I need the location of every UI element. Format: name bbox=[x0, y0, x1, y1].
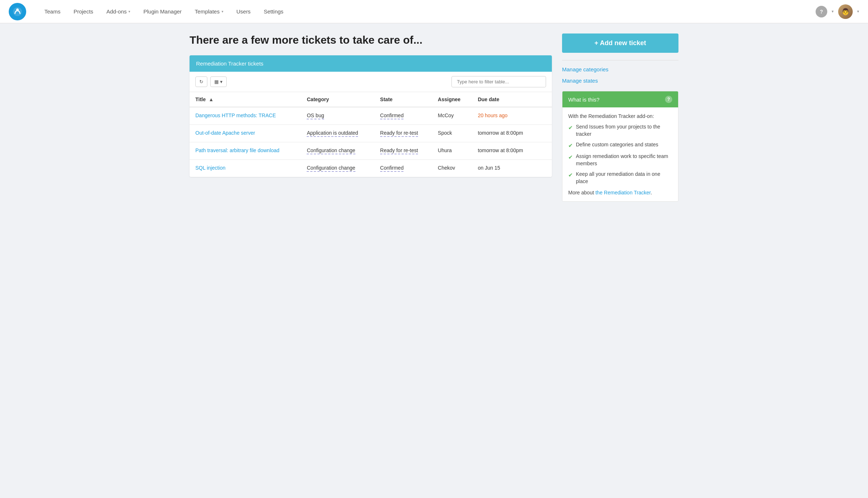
row-2-assignee: Uhura bbox=[432, 142, 472, 160]
navbar-right: ? ▾ 👨 ▾ bbox=[816, 4, 859, 19]
templates-caret-icon: ▾ bbox=[222, 9, 223, 13]
logo[interactable] bbox=[9, 3, 26, 20]
what-intro: With the Remediation Tracker add-on: bbox=[568, 113, 672, 119]
row-1-actions bbox=[538, 125, 552, 142]
row-1-assignee: Spock bbox=[432, 125, 472, 142]
row-0-due-date: 20 hours ago bbox=[472, 107, 538, 125]
check-icon-3: ✔ bbox=[568, 171, 573, 179]
row-0-title: Dangerous HTTP methods: TRACE bbox=[190, 107, 301, 125]
row-2-category: Configuration change bbox=[301, 142, 374, 160]
col-category[interactable]: Category bbox=[301, 92, 374, 107]
row-3-actions bbox=[538, 160, 552, 177]
refresh-button[interactable]: ↻ bbox=[195, 76, 207, 87]
table-toolbar: ↻ ▦ ▾ bbox=[190, 72, 552, 92]
refresh-icon: ↻ bbox=[199, 79, 203, 84]
sidebar-divider bbox=[562, 60, 678, 60]
remediation-tracker-link[interactable]: the Remediation Tracker bbox=[596, 190, 651, 195]
columns-button[interactable]: ▦ ▾ bbox=[210, 76, 227, 87]
nav-templates[interactable]: Templates ▾ bbox=[188, 0, 230, 23]
what-help-icon[interactable]: ? bbox=[665, 96, 672, 103]
row-0-title-link[interactable]: Dangerous HTTP methods: TRACE bbox=[195, 112, 276, 118]
check-icon-0: ✔ bbox=[568, 124, 573, 131]
table-card: Remediation Tracker tickets ↻ ▦ ▾ Title … bbox=[190, 55, 552, 177]
page-title: There are a few more tickets to take car… bbox=[190, 33, 552, 47]
row-1-title: Out-of-date Apache server bbox=[190, 125, 301, 142]
add-ticket-button[interactable]: + Add new ticket bbox=[562, 33, 678, 53]
avatar-caret-icon[interactable]: ▾ bbox=[857, 9, 859, 14]
check-icon-1: ✔ bbox=[568, 142, 573, 149]
sidebar: + Add new ticket Manage categories Manag… bbox=[562, 33, 678, 202]
row-3-assignee: Chekov bbox=[432, 160, 472, 177]
check-icon-2: ✔ bbox=[568, 153, 573, 161]
row-1-due-date: tomorrow at 8:00pm bbox=[472, 125, 538, 142]
help-caret-icon[interactable]: ▾ bbox=[832, 9, 834, 14]
table-section-title: Remediation Tracker tickets bbox=[190, 55, 552, 72]
content-area: There are a few more tickets to take car… bbox=[190, 33, 552, 202]
addons-caret-icon: ▾ bbox=[128, 9, 130, 13]
row-0-actions bbox=[538, 107, 552, 125]
what-footer: More about the Remediation Tracker. bbox=[568, 190, 672, 195]
row-2-title: Path traversal: arbitrary file download bbox=[190, 142, 301, 160]
row-0-assignee: McCoy bbox=[432, 107, 472, 125]
col-title[interactable]: Title ▲ bbox=[190, 92, 301, 107]
table-row: Path traversal: arbitrary file downloadC… bbox=[190, 142, 552, 160]
feature-item-1: ✔Define custom categories and states bbox=[568, 141, 672, 149]
row-2-actions bbox=[538, 142, 552, 160]
row-1-state: Ready for re-test bbox=[374, 125, 432, 142]
svg-point-1 bbox=[16, 8, 19, 11]
table-row: Out-of-date Apache serverApplication is … bbox=[190, 125, 552, 142]
columns-icon: ▦ bbox=[214, 79, 219, 84]
what-features-list: ✔Send Issues from your projects to the t… bbox=[568, 123, 672, 185]
row-3-category: Configuration change bbox=[301, 160, 374, 177]
row-1-title-link[interactable]: Out-of-date Apache server bbox=[195, 130, 255, 136]
nav-addons[interactable]: Add-ons ▾ bbox=[100, 0, 137, 23]
columns-caret-icon: ▾ bbox=[220, 79, 223, 84]
col-state[interactable]: State bbox=[374, 92, 432, 107]
table-header-row: Title ▲ Category State Assignee bbox=[190, 92, 552, 107]
col-actions bbox=[538, 92, 552, 107]
navbar: Teams Projects Add-ons ▾ Plugin Manager … bbox=[0, 0, 868, 23]
nav-users[interactable]: Users bbox=[230, 0, 257, 23]
row-3-due-date: on Jun 15 bbox=[472, 160, 538, 177]
feature-item-2: ✔Assign remediation work to specific tea… bbox=[568, 153, 672, 167]
filter-input[interactable] bbox=[451, 76, 546, 87]
row-2-state: Ready for re-test bbox=[374, 142, 432, 160]
manage-categories-link[interactable]: Manage categories bbox=[562, 66, 678, 72]
row-0-state: Confirmed bbox=[374, 107, 432, 125]
table-row: Dangerous HTTP methods: TRACEOS bugConfi… bbox=[190, 107, 552, 125]
sort-icon: ▲ bbox=[208, 96, 214, 102]
row-2-due-date: tomorrow at 8:00pm bbox=[472, 142, 538, 160]
data-table: Title ▲ Category State Assignee bbox=[190, 92, 552, 177]
help-button[interactable]: ? bbox=[816, 6, 827, 17]
feature-item-0: ✔Send Issues from your projects to the t… bbox=[568, 123, 672, 138]
main-layout: There are a few more tickets to take car… bbox=[179, 23, 689, 212]
row-0-category: OS bug bbox=[301, 107, 374, 125]
nav-projects[interactable]: Projects bbox=[67, 0, 100, 23]
what-header: What is this? ? bbox=[562, 91, 678, 107]
row-3-state: Confirmed bbox=[374, 160, 432, 177]
row-3-title-link[interactable]: SQL injection bbox=[195, 165, 226, 171]
what-body: With the Remediation Tracker add-on: ✔Se… bbox=[562, 107, 678, 201]
nav-links: Teams Projects Add-ons ▾ Plugin Manager … bbox=[38, 0, 816, 23]
row-2-title-link[interactable]: Path traversal: arbitrary file download bbox=[195, 147, 279, 153]
feature-item-3: ✔Keep all your remediation data in one p… bbox=[568, 171, 672, 185]
nav-settings[interactable]: Settings bbox=[257, 0, 290, 23]
nav-plugin-manager[interactable]: Plugin Manager bbox=[137, 0, 188, 23]
col-assignee[interactable]: Assignee bbox=[432, 92, 472, 107]
nav-teams[interactable]: Teams bbox=[38, 0, 67, 23]
col-due-date[interactable]: Due date bbox=[472, 92, 538, 107]
row-3-title: SQL injection bbox=[190, 160, 301, 177]
avatar[interactable]: 👨 bbox=[838, 4, 853, 19]
what-is-this-box: What is this? ? With the Remediation Tra… bbox=[562, 91, 678, 202]
table-row: SQL injectionConfiguration changeConfirm… bbox=[190, 160, 552, 177]
manage-states-link[interactable]: Manage states bbox=[562, 78, 678, 84]
row-1-category: Application is outdated bbox=[301, 125, 374, 142]
